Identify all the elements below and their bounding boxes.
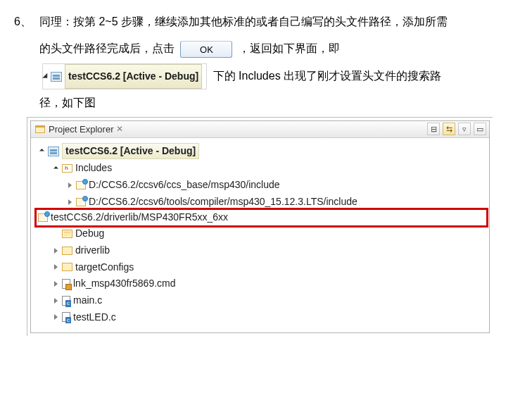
project-explorer-panel: Project Explorer ✕ ⊟ ⇆ ▿ ▭ testCCS6.2 [A… [30, 120, 490, 334]
step-number: 6、 [14, 8, 35, 35]
tree-toggle-icon[interactable] [52, 165, 59, 172]
tree-toggle-icon[interactable] [52, 280, 59, 287]
includes-label: Includes [75, 161, 112, 176]
project-explorer-titlebar: Project Explorer ✕ ⊟ ⇆ ▿ ▭ [31, 121, 489, 138]
folder-label: Debug [75, 226, 104, 242]
folder-label: driverlib [75, 243, 110, 259]
step-text-3: 径，如下图 [39, 89, 448, 116]
folder-icon [62, 230, 72, 238]
view-menu-button[interactable]: ▿ [458, 123, 471, 135]
file-label: lnk_msp430fr5869.cmd [73, 276, 176, 292]
minimize-view-button[interactable]: ▭ [474, 123, 486, 135]
include-path-item[interactable]: D:/CCS6.2/ccsv6/ccs_base/msp430/include [37, 177, 486, 194]
tree-toggle-icon[interactable] [52, 313, 59, 320]
link-editor-button[interactable]: ⇆ [443, 123, 455, 135]
include-path-label: testCCS6.2/driverlib/MSP430FR5xx_6xx [51, 210, 228, 225]
step-text-1c: ，返回如下界面，即 [239, 42, 340, 54]
cmd-file-icon [62, 279, 70, 289]
tree-toggle-icon[interactable] [52, 263, 59, 270]
folder-icon [62, 263, 72, 271]
include-path-label: D:/CCS6.2/ccsv6/tools/compiler/msp430_15… [89, 194, 357, 210]
ccs-project-icon [51, 72, 62, 82]
project-root-label: testCCS6.2 [Active - Debug] [62, 143, 199, 160]
include-dir-icon [38, 213, 48, 222]
project-tree: testCCS6.2 [Active - Debug] Includes D:/… [31, 138, 489, 333]
close-tab-icon[interactable]: ✕ [116, 119, 123, 139]
include-path-label: D:/CCS6.2/ccsv6/ccs_base/msp430/include [89, 178, 280, 193]
tree-expanded-icon [42, 73, 50, 80]
project-badge-inline: testCCS6.2 [Active - Debug] [42, 63, 207, 90]
step-text-1a: 同理：按第 2~5 步骤，继续添加其他标准的或者自己编写的头文件路径，添加所需 [39, 15, 448, 27]
collapse-all-button[interactable]: ⊟ [427, 123, 440, 135]
tree-folder-driverlib[interactable]: driverlib [37, 242, 486, 259]
tree-folder-debug[interactable]: Debug [37, 225, 486, 242]
folder-icon [62, 247, 72, 255]
ok-button[interactable]: OK [180, 41, 232, 58]
includes-folder-icon [62, 164, 72, 173]
c-file-icon [62, 296, 70, 306]
tree-toggle-icon[interactable] [38, 148, 45, 155]
tree-file-cmd[interactable]: lnk_msp430fr5869.cmd [37, 275, 486, 292]
tree-toggle-icon[interactable] [66, 182, 73, 189]
include-path-item[interactable]: D:/CCS6.2/ccsv6/tools/compiler/msp430_15… [37, 194, 486, 211]
tree-file-main-c[interactable]: main.c [37, 292, 486, 309]
explorer-title-text: Project Explorer [49, 118, 113, 140]
explorer-screenshot-frame: Project Explorer ✕ ⊟ ⇆ ▿ ▭ testCCS6.2 [A… [27, 117, 493, 337]
file-label: testLED.c [73, 310, 116, 325]
tree-project-root[interactable]: testCCS6.2 [Active - Debug] [37, 142, 486, 161]
include-dir-icon [76, 181, 86, 189]
file-label: main.c [73, 293, 102, 309]
step-content: 同理：按第 2~5 步骤，继续添加其他标准的或者自己编写的头文件路径，添加所需 … [39, 8, 448, 117]
ccs-project-icon [48, 147, 59, 156]
project-badge-label: testCCS6.2 [Active - Debug] [65, 64, 202, 89]
step-6: 6、 同理：按第 2~5 步骤，继续添加其他标准的或者自己编写的头文件路径，添加… [14, 8, 518, 117]
explorer-folder-icon [35, 125, 45, 133]
c-file-icon [62, 312, 70, 322]
tree-folder-targetconfigs[interactable]: targetConfigs [37, 259, 486, 276]
tree-toggle-icon[interactable] [66, 199, 73, 206]
tree-file-testled-c[interactable]: testLED.c [37, 309, 486, 326]
folder-label: targetConfigs [75, 260, 134, 275]
tree-toggle-icon[interactable] [52, 247, 59, 254]
step-text-2: 下的 Includes 出现了刚才设置头文件的搜索路 [213, 70, 441, 82]
include-dir-icon [76, 198, 86, 206]
tree-spacer [52, 230, 59, 237]
step-text-1b: 的头文件路径完成后，点击 [39, 42, 175, 54]
tree-toggle-icon[interactable] [52, 297, 59, 304]
include-path-item-highlighted[interactable]: testCCS6.2/driverlib/MSP430FR5xx_6xx [37, 210, 486, 225]
tree-includes-node[interactable]: Includes [37, 160, 486, 177]
